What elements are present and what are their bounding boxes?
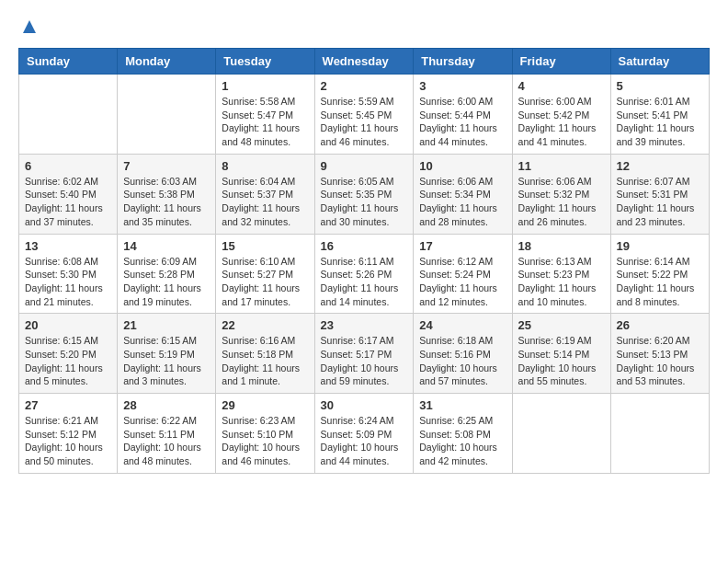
calendar-cell: 1Sunrise: 5:58 AMSunset: 5:47 PMDaylight… [216,75,314,155]
day-number: 7 [123,159,210,173]
weekday-header-friday: Friday [512,49,610,75]
day-number: 19 [617,239,703,253]
calendar-header-row: SundayMondayTuesdayWednesdayThursdayFrid… [19,49,710,75]
page-header [18,18,710,39]
calendar-cell: 22Sunrise: 6:16 AMSunset: 5:18 PMDayligh… [216,314,314,394]
day-info: Sunrise: 6:17 AMSunset: 5:17 PMDaylight:… [321,334,408,388]
weekday-header-sunday: Sunday [19,49,118,75]
day-number: 4 [518,79,605,93]
day-info: Sunrise: 6:06 AMSunset: 5:34 PMDaylight:… [419,175,506,229]
day-info: Sunrise: 6:00 AMSunset: 5:42 PMDaylight:… [518,95,605,149]
day-info: Sunrise: 6:25 AMSunset: 5:08 PMDaylight:… [419,414,506,468]
calendar-cell: 7Sunrise: 6:03 AMSunset: 5:38 PMDaylight… [118,154,216,234]
calendar-cell: 8Sunrise: 6:04 AMSunset: 5:37 PMDaylight… [216,154,314,234]
calendar-cell: 18Sunrise: 6:13 AMSunset: 5:23 PMDayligh… [512,234,610,314]
day-info: Sunrise: 6:12 AMSunset: 5:24 PMDaylight:… [419,255,506,309]
day-info: Sunrise: 6:07 AMSunset: 5:31 PMDaylight:… [617,175,703,229]
day-info: Sunrise: 6:21 AMSunset: 5:12 PMDaylight:… [25,414,111,468]
calendar-cell: 16Sunrise: 6:11 AMSunset: 5:26 PMDayligh… [314,234,414,314]
calendar-cell [19,75,118,155]
calendar-cell: 21Sunrise: 6:15 AMSunset: 5:19 PMDayligh… [118,314,216,394]
day-info: Sunrise: 6:10 AMSunset: 5:27 PMDaylight:… [222,255,308,309]
day-info: Sunrise: 6:23 AMSunset: 5:10 PMDaylight:… [222,414,308,468]
day-number: 9 [321,159,408,173]
day-info: Sunrise: 6:19 AMSunset: 5:14 PMDaylight:… [518,334,605,388]
calendar-cell: 15Sunrise: 6:10 AMSunset: 5:27 PMDayligh… [216,234,314,314]
day-info: Sunrise: 6:04 AMSunset: 5:37 PMDaylight:… [222,175,308,229]
calendar-cell [512,394,610,474]
day-info: Sunrise: 6:22 AMSunset: 5:11 PMDaylight:… [123,414,210,468]
calendar-cell: 2Sunrise: 5:59 AMSunset: 5:45 PMDaylight… [314,75,414,155]
calendar-cell [118,75,216,155]
day-info: Sunrise: 6:16 AMSunset: 5:18 PMDaylight:… [222,334,308,388]
calendar-cell: 24Sunrise: 6:18 AMSunset: 5:16 PMDayligh… [414,314,512,394]
day-number: 8 [222,159,308,173]
day-info: Sunrise: 6:00 AMSunset: 5:44 PMDaylight:… [419,95,506,149]
calendar-week-1: 1Sunrise: 5:58 AMSunset: 5:47 PMDaylight… [19,75,710,155]
day-number: 23 [321,318,408,332]
calendar-cell: 20Sunrise: 6:15 AMSunset: 5:20 PMDayligh… [19,314,118,394]
calendar-cell: 9Sunrise: 6:05 AMSunset: 5:35 PMDaylight… [314,154,414,234]
day-number: 27 [25,398,111,412]
calendar-week-4: 20Sunrise: 6:15 AMSunset: 5:20 PMDayligh… [19,314,710,394]
day-info: Sunrise: 6:13 AMSunset: 5:23 PMDaylight:… [518,255,605,309]
calendar-cell: 12Sunrise: 6:07 AMSunset: 5:31 PMDayligh… [610,154,709,234]
calendar-week-3: 13Sunrise: 6:08 AMSunset: 5:30 PMDayligh… [19,234,710,314]
day-number: 28 [123,398,210,412]
day-number: 12 [617,159,703,173]
calendar-cell: 17Sunrise: 6:12 AMSunset: 5:24 PMDayligh… [414,234,512,314]
weekday-header-thursday: Thursday [414,49,512,75]
day-number: 15 [222,239,308,253]
day-info: Sunrise: 6:15 AMSunset: 5:19 PMDaylight:… [123,334,210,388]
calendar-cell: 30Sunrise: 6:24 AMSunset: 5:09 PMDayligh… [314,394,414,474]
calendar-cell: 26Sunrise: 6:20 AMSunset: 5:13 PMDayligh… [610,314,709,394]
day-info: Sunrise: 6:09 AMSunset: 5:28 PMDaylight:… [123,255,210,309]
day-number: 10 [419,159,506,173]
day-info: Sunrise: 5:58 AMSunset: 5:47 PMDaylight:… [222,95,308,149]
calendar-table: SundayMondayTuesdayWednesdayThursdayFrid… [18,48,710,474]
calendar-cell [610,394,709,474]
weekday-header-tuesday: Tuesday [216,49,314,75]
calendar-week-5: 27Sunrise: 6:21 AMSunset: 5:12 PMDayligh… [19,394,710,474]
day-info: Sunrise: 6:08 AMSunset: 5:30 PMDaylight:… [25,255,111,309]
day-number: 6 [25,159,111,173]
day-number: 3 [419,79,506,93]
day-number: 20 [25,318,111,332]
calendar-cell: 14Sunrise: 6:09 AMSunset: 5:28 PMDayligh… [118,234,216,314]
day-info: Sunrise: 6:05 AMSunset: 5:35 PMDaylight:… [321,175,408,229]
day-number: 26 [617,318,703,332]
weekday-header-wednesday: Wednesday [314,49,414,75]
calendar-cell: 13Sunrise: 6:08 AMSunset: 5:30 PMDayligh… [19,234,118,314]
calendar-cell: 11Sunrise: 6:06 AMSunset: 5:32 PMDayligh… [512,154,610,234]
day-number: 11 [518,159,605,173]
logo-triangle-icon [21,18,38,39]
day-info: Sunrise: 6:24 AMSunset: 5:09 PMDaylight:… [321,414,408,468]
day-number: 25 [518,318,605,332]
day-number: 21 [123,318,210,332]
calendar-cell: 10Sunrise: 6:06 AMSunset: 5:34 PMDayligh… [414,154,512,234]
calendar-cell: 29Sunrise: 6:23 AMSunset: 5:10 PMDayligh… [216,394,314,474]
calendar-cell: 19Sunrise: 6:14 AMSunset: 5:22 PMDayligh… [610,234,709,314]
day-info: Sunrise: 6:14 AMSunset: 5:22 PMDaylight:… [617,255,703,309]
day-number: 18 [518,239,605,253]
day-number: 14 [123,239,210,253]
day-number: 24 [419,318,506,332]
day-info: Sunrise: 6:11 AMSunset: 5:26 PMDaylight:… [321,255,408,309]
day-number: 5 [617,79,703,93]
day-info: Sunrise: 5:59 AMSunset: 5:45 PMDaylight:… [321,95,408,149]
calendar-cell: 25Sunrise: 6:19 AMSunset: 5:14 PMDayligh… [512,314,610,394]
logo [18,18,38,39]
day-number: 22 [222,318,308,332]
weekday-header-monday: Monday [118,49,216,75]
svg-marker-0 [23,20,36,33]
day-info: Sunrise: 6:18 AMSunset: 5:16 PMDaylight:… [419,334,506,388]
calendar-cell: 28Sunrise: 6:22 AMSunset: 5:11 PMDayligh… [118,394,216,474]
day-number: 30 [321,398,408,412]
day-info: Sunrise: 6:01 AMSunset: 5:41 PMDaylight:… [617,95,703,149]
weekday-header-saturday: Saturday [610,49,709,75]
day-info: Sunrise: 6:15 AMSunset: 5:20 PMDaylight:… [25,334,111,388]
calendar-cell: 23Sunrise: 6:17 AMSunset: 5:17 PMDayligh… [314,314,414,394]
calendar-cell: 6Sunrise: 6:02 AMSunset: 5:40 PMDaylight… [19,154,118,234]
day-number: 2 [321,79,408,93]
day-number: 31 [419,398,506,412]
